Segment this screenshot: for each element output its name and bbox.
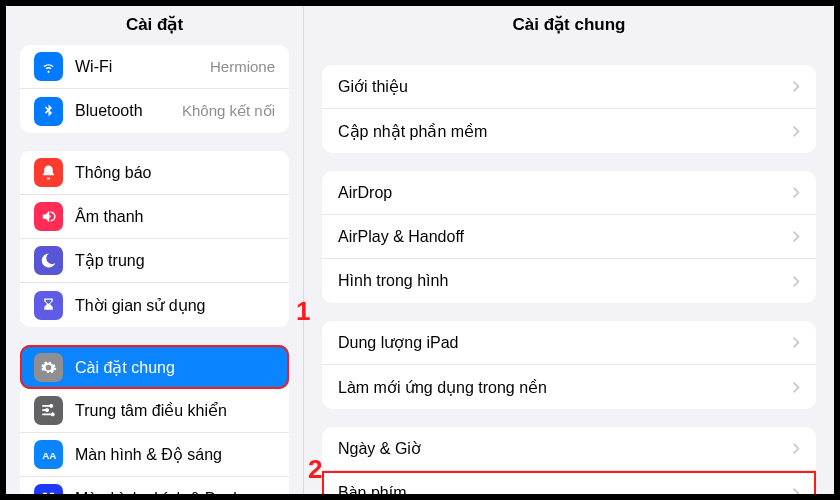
chevron-right-icon <box>792 336 800 349</box>
grid-icon <box>34 484 63 494</box>
sidebar-group-device: Cài đặt chung Trung tâm điều khiển AA Mà… <box>20 345 289 494</box>
sidebar-item-controlcenter[interactable]: Trung tâm điều khiển <box>20 389 289 433</box>
row-label: Bàn phím <box>338 484 406 494</box>
row-storage[interactable]: Dung lượng iPad <box>322 321 816 365</box>
sidebar-item-bluetooth[interactable]: Bluetooth Không kết nối <box>20 89 289 133</box>
detail-pane: Cài đặt chung Giới thiệu Cập nhật phần m… <box>304 6 834 494</box>
row-label: Ngày & Giờ <box>338 439 421 458</box>
row-label: AirDrop <box>338 184 392 202</box>
chevron-right-icon <box>792 487 800 495</box>
chevron-right-icon <box>792 442 800 455</box>
detail-group-2: AirDrop AirPlay & Handoff Hình trong hìn… <box>322 171 816 303</box>
row-label: Cập nhật phần mềm <box>338 122 487 141</box>
row-label: AirPlay & Handoff <box>338 228 464 246</box>
gear-icon <box>34 353 63 382</box>
text-size-icon: AA <box>34 440 63 469</box>
sidebar: Cài đặt Wi-Fi Hermione Bluetooth Không k… <box>6 6 304 494</box>
chevron-right-icon <box>792 381 800 394</box>
bluetooth-icon <box>34 97 63 126</box>
sidebar-item-wifi[interactable]: Wi-Fi Hermione <box>20 45 289 89</box>
sidebar-item-homescreen[interactable]: Màn hình chính & Dock <box>20 477 289 494</box>
sidebar-item-label: Cài đặt chung <box>75 358 175 377</box>
detail-title: Cài đặt chung <box>304 6 834 45</box>
sidebar-title: Cài đặt <box>6 6 303 45</box>
bluetooth-value: Không kết nối <box>182 102 275 120</box>
detail-group-1: Giới thiệu Cập nhật phần mềm <box>322 65 816 153</box>
sliders-icon <box>34 396 63 425</box>
chevron-right-icon <box>792 125 800 138</box>
bell-icon <box>34 158 63 187</box>
settings-split-view: Cài đặt Wi-Fi Hermione Bluetooth Không k… <box>6 6 834 494</box>
svg-rect-2 <box>50 493 54 494</box>
speaker-icon <box>34 202 63 231</box>
row-airdrop[interactable]: AirDrop <box>322 171 816 215</box>
sidebar-item-label: Thông báo <box>75 164 152 182</box>
moon-icon <box>34 246 63 275</box>
detail-group-3: Dung lượng iPad Làm mới ứng dụng trong n… <box>322 321 816 409</box>
row-about[interactable]: Giới thiệu <box>322 65 816 109</box>
sidebar-item-sounds[interactable]: Âm thanh <box>20 195 289 239</box>
chevron-right-icon <box>792 275 800 288</box>
row-label: Làm mới ứng dụng trong nền <box>338 378 547 397</box>
sidebar-item-display[interactable]: AA Màn hình & Độ sáng <box>20 433 289 477</box>
sidebar-item-label: Màn hình chính & Dock <box>75 490 241 495</box>
sidebar-item-label: Âm thanh <box>75 208 143 226</box>
svg-text:AA: AA <box>42 450 56 461</box>
chevron-right-icon <box>792 186 800 199</box>
sidebar-item-label: Trung tâm điều khiển <box>75 401 227 420</box>
sidebar-item-screentime[interactable]: Thời gian sử dụng <box>20 283 289 327</box>
row-label: Dung lượng iPad <box>338 333 459 352</box>
sidebar-item-focus[interactable]: Tập trung <box>20 239 289 283</box>
svg-rect-1 <box>43 493 47 494</box>
chevron-right-icon <box>792 230 800 243</box>
row-keyboard[interactable]: Bàn phím <box>322 471 816 494</box>
detail-group-4: Ngày & Giờ Bàn phím <box>322 427 816 494</box>
sidebar-item-label: Tập trung <box>75 251 145 270</box>
row-pip[interactable]: Hình trong hình <box>322 259 816 303</box>
row-date-time[interactable]: Ngày & Giờ <box>322 427 816 471</box>
row-label: Hình trong hình <box>338 272 448 290</box>
sidebar-item-general[interactable]: Cài đặt chung <box>20 345 289 389</box>
row-software-update[interactable]: Cập nhật phần mềm <box>322 109 816 153</box>
sidebar-group-connectivity: Wi-Fi Hermione Bluetooth Không kết nối <box>20 45 289 133</box>
chevron-right-icon <box>792 80 800 93</box>
sidebar-item-label: Bluetooth <box>75 102 143 120</box>
row-airplay[interactable]: AirPlay & Handoff <box>322 215 816 259</box>
sidebar-item-notifications[interactable]: Thông báo <box>20 151 289 195</box>
sidebar-item-label: Wi-Fi <box>75 58 112 76</box>
row-label: Giới thiệu <box>338 77 408 96</box>
sidebar-item-label: Màn hình & Độ sáng <box>75 445 222 464</box>
wifi-value: Hermione <box>210 58 275 75</box>
wifi-icon <box>34 52 63 81</box>
sidebar-item-label: Thời gian sử dụng <box>75 296 206 315</box>
sidebar-group-attention: Thông báo Âm thanh Tập trung Thời gian s… <box>20 151 289 327</box>
hourglass-icon <box>34 291 63 320</box>
row-background-refresh[interactable]: Làm mới ứng dụng trong nền <box>322 365 816 409</box>
